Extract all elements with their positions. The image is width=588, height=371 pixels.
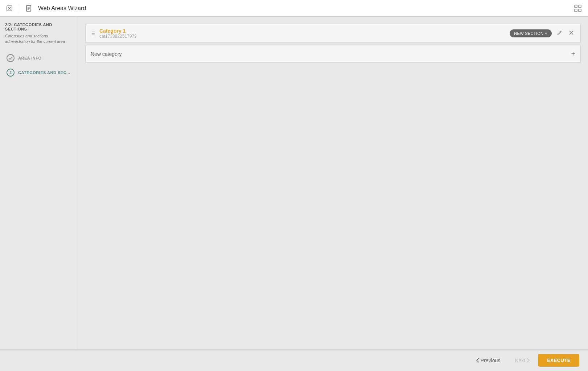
edit-category-button[interactable] bbox=[555, 29, 564, 37]
plus-icon: + bbox=[545, 31, 547, 36]
category-id: cat1738822517979 bbox=[99, 34, 506, 39]
area-info-label: AREA INFO bbox=[18, 56, 42, 60]
main-layout: 2/2: CATEGORIES AND SECTIONS Categories … bbox=[0, 17, 588, 349]
step-description: Categories and sections administration f… bbox=[5, 33, 73, 45]
category-card-actions: NEW SECTION + bbox=[510, 29, 575, 37]
new-section-button[interactable]: NEW SECTION + bbox=[510, 29, 552, 37]
sidebar-item-area-info[interactable]: AREA INFO bbox=[5, 52, 73, 64]
page-title: Web Areas Wizard bbox=[38, 5, 568, 12]
execute-button[interactable]: EXECUTE bbox=[538, 354, 579, 367]
close-category-button[interactable] bbox=[567, 29, 575, 37]
content-area: Category 1 cat1738822517979 NEW SECTION … bbox=[78, 17, 588, 349]
next-button[interactable]: Next bbox=[509, 355, 535, 366]
add-category-icon: + bbox=[571, 50, 575, 58]
sidebar: 2/2: CATEGORIES AND SECTIONS Categories … bbox=[0, 17, 78, 349]
svg-rect-7 bbox=[575, 5, 577, 8]
drag-handle[interactable] bbox=[91, 30, 96, 37]
svg-rect-9 bbox=[575, 9, 577, 12]
area-info-check-icon bbox=[7, 54, 15, 62]
category-card: Category 1 cat1738822517979 NEW SECTION … bbox=[85, 24, 581, 43]
previous-button[interactable]: Previous bbox=[470, 355, 506, 366]
next-label: Next bbox=[515, 358, 525, 363]
new-category-label: New category bbox=[91, 51, 122, 57]
sidebar-item-categories[interactable]: 2 CATEGORIES AND SEC... bbox=[5, 66, 73, 79]
footer: Previous Next EXECUTE bbox=[0, 349, 588, 371]
document-icon bbox=[24, 3, 34, 13]
svg-rect-8 bbox=[579, 5, 581, 8]
category-info: Category 1 cat1738822517979 bbox=[99, 28, 506, 39]
previous-label: Previous bbox=[481, 358, 500, 363]
header: Web Areas Wizard bbox=[0, 0, 588, 17]
execute-label: EXECUTE bbox=[547, 358, 571, 363]
svg-line-14 bbox=[560, 32, 561, 32]
svg-rect-10 bbox=[579, 9, 581, 12]
step-title: 2/2: CATEGORIES AND SECTIONS bbox=[5, 23, 73, 31]
header-divider bbox=[19, 3, 19, 13]
categories-label: CATEGORIES AND SEC... bbox=[18, 70, 70, 75]
categories-number-icon: 2 bbox=[7, 69, 15, 77]
category-card-header: Category 1 cat1738822517979 NEW SECTION … bbox=[86, 24, 580, 42]
category-name: Category 1 bbox=[99, 28, 506, 34]
close-button[interactable] bbox=[4, 3, 15, 13]
settings-icon[interactable] bbox=[572, 3, 584, 14]
new-category-row[interactable]: New category + bbox=[85, 45, 581, 63]
